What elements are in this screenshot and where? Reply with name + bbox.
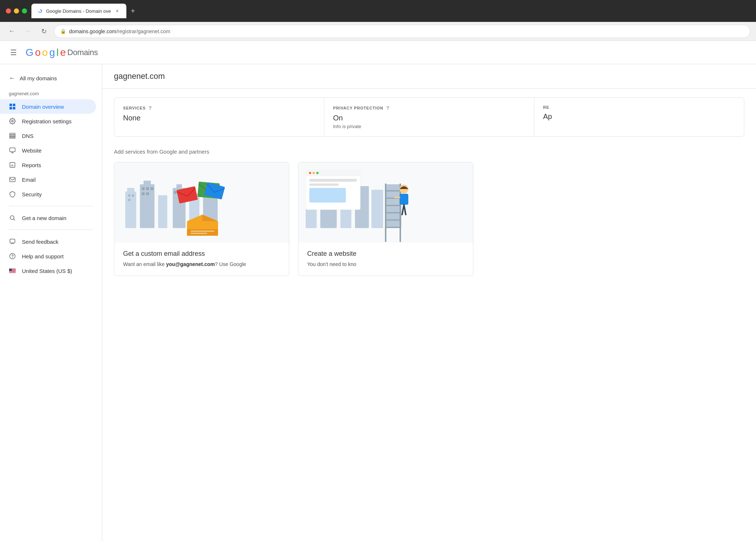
sidebar-item-website[interactable]: Website bbox=[0, 143, 96, 158]
website-card-title: Create a website bbox=[307, 250, 464, 258]
svg-rect-4 bbox=[9, 107, 12, 109]
services-section: SERVICES ? None bbox=[114, 98, 324, 136]
svg-point-77 bbox=[313, 172, 315, 174]
sidebar-item-label: Email bbox=[22, 177, 36, 183]
domain-header: gagnenet.com bbox=[102, 64, 756, 89]
svg-point-6 bbox=[12, 120, 14, 122]
privacy-help-icon[interactable]: ? bbox=[386, 105, 389, 111]
sidebar-item-domain-overview[interactable]: Domain overview bbox=[0, 99, 96, 114]
sidebar-item-label: Security bbox=[22, 191, 42, 197]
logo-letter-o1: o bbox=[35, 47, 41, 58]
email-card-description: Want an email like you@gagnenet.com? Use… bbox=[123, 261, 280, 268]
email-icon bbox=[9, 176, 16, 183]
forward-button[interactable]: → bbox=[22, 26, 34, 37]
renewal-section: RE Ap bbox=[534, 98, 744, 136]
maximize-window-button[interactable] bbox=[22, 8, 27, 14]
grid-icon bbox=[9, 103, 16, 110]
svg-rect-31 bbox=[158, 195, 167, 228]
svg-point-76 bbox=[309, 172, 311, 174]
logo-letter-e: e bbox=[60, 47, 66, 58]
service-cards-row: Get a custom email address Want an email… bbox=[114, 162, 744, 276]
website-icon bbox=[9, 147, 16, 154]
tab-title: Google Domains - Domain ove bbox=[46, 8, 111, 14]
svg-rect-25 bbox=[9, 273, 16, 273]
url-bar[interactable]: 🔒 domains.google.com/registrar/gagnenet.… bbox=[54, 25, 750, 38]
sidebar-item-label: Get a new domain bbox=[22, 215, 66, 221]
svg-rect-12 bbox=[10, 177, 15, 182]
website-card-body: Create a website You don't need to kno bbox=[298, 243, 473, 276]
privacy-protection-section: PRIVACY PROTECTION ? On Info is private bbox=[324, 98, 534, 136]
browser-tab-active[interactable]: Google Domains - Domain ove × bbox=[31, 4, 126, 18]
tab-bar: Google Domains - Domain ove × + bbox=[31, 4, 750, 18]
email-card-illustration bbox=[114, 162, 289, 243]
sidebar-item-dns[interactable]: DNS bbox=[0, 128, 96, 143]
sidebar-item-reports[interactable]: Reports bbox=[0, 158, 96, 172]
website-card-description: You don't need to kno bbox=[307, 261, 464, 268]
svg-rect-53 bbox=[191, 231, 214, 232]
svg-rect-30 bbox=[144, 181, 151, 186]
all-my-domains-link[interactable]: ← All my domains bbox=[0, 72, 102, 85]
svg-rect-22 bbox=[9, 271, 16, 272]
google-logo: G o o g l e Domains bbox=[26, 47, 98, 58]
close-window-button[interactable] bbox=[6, 8, 11, 14]
sidebar-item-label: Website bbox=[22, 147, 42, 154]
add-services-title: Add services from Google and partners bbox=[114, 149, 744, 155]
back-button[interactable]: ← bbox=[6, 26, 18, 37]
reports-icon bbox=[9, 161, 16, 169]
search-icon bbox=[9, 214, 16, 222]
new-tab-button[interactable]: + bbox=[128, 6, 138, 16]
svg-rect-37 bbox=[128, 195, 130, 197]
open-box-icon bbox=[185, 214, 220, 236]
svg-rect-50 bbox=[204, 182, 225, 200]
svg-rect-3 bbox=[13, 104, 15, 106]
browser-chrome: Google Domains - Domain ove × + bbox=[0, 0, 756, 22]
minimize-window-button[interactable] bbox=[14, 8, 19, 14]
svg-rect-41 bbox=[146, 187, 149, 190]
svg-rect-5 bbox=[13, 107, 15, 109]
sidebar-item-registration-settings[interactable]: Registration settings bbox=[0, 114, 96, 128]
tab-close-button[interactable]: × bbox=[114, 8, 121, 14]
sidebar-item-label: Send feedback bbox=[22, 239, 58, 245]
app-header: ☰ G o o g l e Domains bbox=[0, 41, 756, 64]
renewal-label: RE bbox=[543, 105, 735, 109]
refresh-button[interactable]: ↻ bbox=[38, 26, 50, 37]
svg-rect-39 bbox=[128, 199, 130, 201]
svg-rect-70 bbox=[400, 194, 408, 205]
hamburger-menu-button[interactable]: ☰ bbox=[7, 45, 20, 60]
sidebar-item-security[interactable]: Security bbox=[0, 187, 96, 201]
gear-icon bbox=[9, 118, 16, 125]
svg-rect-28 bbox=[127, 188, 134, 193]
logo-letter-G: G bbox=[26, 47, 34, 58]
email-service-card[interactable]: Get a custom email address Want an email… bbox=[114, 162, 289, 276]
svg-rect-38 bbox=[132, 195, 134, 197]
website-card-illustration bbox=[298, 162, 473, 243]
sidebar-item-label: United States (US $) bbox=[22, 268, 72, 274]
svg-rect-79 bbox=[309, 179, 357, 182]
sidebar-item-locale[interactable]: United States (US $) bbox=[0, 263, 96, 278]
security-lock-icon: 🔒 bbox=[60, 28, 66, 34]
sidebar: ← All my domains gagnenet.com Domain ove… bbox=[0, 64, 102, 542]
logo-letter-o2: o bbox=[42, 47, 48, 58]
svg-rect-8 bbox=[10, 135, 15, 137]
svg-rect-81 bbox=[309, 188, 346, 203]
shield-icon bbox=[9, 190, 16, 198]
svg-rect-27 bbox=[125, 192, 136, 228]
sidebar-item-send-feedback[interactable]: Send feedback bbox=[0, 234, 96, 249]
email-card-title: Get a custom email address bbox=[123, 250, 280, 258]
website-service-card[interactable]: Create a website You don't need to kno bbox=[298, 162, 473, 276]
privacy-label: PRIVACY PROTECTION ? bbox=[333, 105, 525, 111]
sidebar-item-help-support[interactable]: Help and support bbox=[0, 249, 96, 263]
ladder-person-icon bbox=[375, 169, 419, 242]
sidebar-item-label: Domain overview bbox=[22, 104, 64, 110]
back-arrow-icon: ← bbox=[9, 74, 15, 82]
svg-rect-14 bbox=[10, 239, 15, 243]
svg-rect-54 bbox=[191, 233, 207, 234]
sidebar-divider-2 bbox=[9, 230, 93, 230]
sidebar-item-email[interactable]: Email bbox=[0, 172, 96, 187]
sidebar-item-label: Registration settings bbox=[22, 118, 72, 124]
services-info-card: SERVICES ? None PRIVACY PROTECTION ? On … bbox=[114, 97, 744, 137]
main-content: gagnenet.com SERVICES ? None PRIVACY PRO… bbox=[102, 64, 756, 542]
sidebar-item-get-new-domain[interactable]: Get a new domain bbox=[0, 211, 96, 225]
sidebar-item-label: Help and support bbox=[22, 253, 64, 259]
services-help-icon[interactable]: ? bbox=[149, 105, 152, 111]
